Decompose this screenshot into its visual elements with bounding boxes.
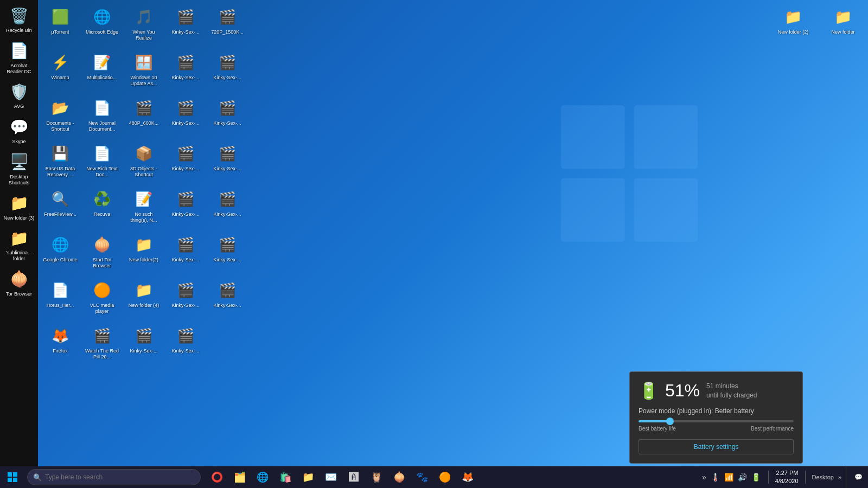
desktop-icon-horus-her[interactable]: 📄 Horus_Her... <box>41 276 80 320</box>
show-desktop-button[interactable] <box>846 466 850 488</box>
tray-volume-icon[interactable]: 🔊 <box>737 472 748 483</box>
desktop-icon-kinky-sex-14[interactable]: 🎬 Kinky-Sex-... <box>124 322 163 366</box>
sublimina-folder-icon: 📁 <box>8 227 30 249</box>
new-folder-4-label: New folder (4) <box>129 303 159 309</box>
desktop-icon-firefox[interactable]: 🦊 Firefox <box>41 322 80 366</box>
power-label-left: Best battery life <box>639 426 676 432</box>
multiplication-icon: 📝 <box>91 52 113 73</box>
documents-shortcut-label: Documents - Shortcut <box>43 120 78 132</box>
kinky-sex-11-label: Kinky-Sex-... <box>213 257 241 263</box>
taskbar-icon-task-view[interactable]: 🗂️ <box>229 466 251 488</box>
desktop-icon-new-folder-2[interactable]: 📁 New folder(2) <box>124 230 163 275</box>
kinky-sex-2-label: Kinky-Sex-... <box>171 75 199 81</box>
desktop-icon-kinky-sex-8[interactable]: 🎬 Kinky-Sex-... <box>166 185 205 229</box>
desktop-icon-kinky-sex-2[interactable]: 🎬 Kinky-Sex-... <box>166 48 205 93</box>
sidebar-icon-avg[interactable]: 🛡️ AVG <box>2 79 37 112</box>
desktop-icon-ms-edge[interactable]: 🌐 Microsoft Edge <box>82 3 122 47</box>
vlc-label: VLC media player <box>85 303 119 314</box>
desktop-icon-3d-objects[interactable]: 📦 3D Objects - Shortcut <box>124 139 163 184</box>
kinky-sex-13-label: Kinky-Sex-... <box>213 303 241 309</box>
taskbar-icon-tripadvisor[interactable]: 🦉 <box>366 466 387 488</box>
desktop-icon-kinky-sex-3[interactable]: 🎬 Kinky-Sex-... <box>208 48 247 93</box>
desktop-icon-kinky-sex-15[interactable]: 🎬 Kinky-Sex-... <box>166 322 205 366</box>
3d-objects-icon: 📦 <box>133 143 155 164</box>
desktop-icon-kinky-sex-11[interactable]: 🎬 Kinky-Sex-... <box>208 230 247 275</box>
sidebar-icon-acrobat[interactable]: 📄 Acrobat Reader DC <box>2 38 37 77</box>
tray-battery-icon[interactable]: 🔋 <box>750 472 762 483</box>
battery-popup: 🔋 51% 51 minutes until fully charged Pow… <box>629 371 803 464</box>
taskbar-icon-explorer[interactable]: 📁 <box>297 466 319 488</box>
desktop-icon-new-folder-4[interactable]: 📁 New folder (4) <box>124 276 163 320</box>
desktop-icon-kinky-sex-1[interactable]: 🎬 Kinky-Sex-... <box>166 3 205 47</box>
desktop-icon-kinky-sex-12[interactable]: 🎬 Kinky-Sex-... <box>166 276 205 320</box>
taskbar-icon-store[interactable]: 🛍️ <box>275 466 296 488</box>
top-right-icon-new-folder-top-2[interactable]: 📁 New folder <box>824 3 863 38</box>
desktop-icon-winamp[interactable]: ⚡ Winamp <box>41 48 80 93</box>
firefox-icon: 🦊 <box>49 325 71 346</box>
480p-600k-label: 480P_600K... <box>129 120 159 126</box>
battery-percent-display: 51% <box>665 381 700 401</box>
desktop-icon-480p-600k[interactable]: 🎬 480P_600K... <box>124 94 163 138</box>
desktop-icon-watch-red-pill[interactable]: 🎬 Watch The Red Pill 20... <box>82 322 122 366</box>
taskbar-icon-amazon[interactable]: 🅰 <box>343 466 365 488</box>
kinky-sex-14-icon: 🎬 <box>133 325 155 346</box>
ms-edge-icon: 🌐 <box>91 6 113 28</box>
start-button[interactable] <box>0 466 24 488</box>
battery-header: 🔋 51% 51 minutes until fully charged <box>639 381 794 401</box>
power-slider-thumb[interactable] <box>666 418 674 425</box>
desktop-icon-kinky-sex-10[interactable]: 🎬 Kinky-Sex-... <box>166 230 205 275</box>
desktop-icon-freefileview[interactable]: 🔍 FreeFileView... <box>41 185 80 229</box>
sidebar-icon-recycle-bin[interactable]: 🗑️ Recycle Bin <box>2 3 37 36</box>
taskbar-icon-mail[interactable]: ✉️ <box>320 466 342 488</box>
sidebar-icon-new-folder-3[interactable]: 📁 New folder (3) <box>2 190 37 223</box>
desktop-icon-utorrent[interactable]: 🟩 µTorrent <box>41 3 80 47</box>
desktop-icon-kinky-sex-13[interactable]: 🎬 Kinky-Sex-... <box>208 276 247 320</box>
desktop-icon-new-journal[interactable]: 📄 New Journal Document... <box>82 94 122 138</box>
desktop-icon-720p-1500k[interactable]: 🎬 720P_1500K... <box>208 3 247 47</box>
sidebar-icon-tor-browser-sidebar[interactable]: 🧅 Tor Browser <box>2 266 37 299</box>
sidebar-icon-sublimina-folder[interactable]: 📁 'sublimina... folder <box>2 225 37 264</box>
top-right-icon-new-folder-top-1[interactable]: 📁 New folder (2) <box>774 3 813 38</box>
desktop-icon-kinky-sex-5[interactable]: 🎬 Kinky-Sex-... <box>208 94 247 138</box>
taskbar-clock[interactable]: 2:27 PM 4/8/2020 <box>775 469 799 486</box>
taskbar-icon-firefox-tb[interactable]: 🦊 <box>457 466 478 488</box>
top-right-icons: 📁 New folder (2) 📁 New folder <box>774 3 863 38</box>
battery-settings-button[interactable]: Battery settings <box>639 439 794 454</box>
sidebar: 🗑️ Recycle Bin 📄 Acrobat Reader DC 🛡️ AV… <box>0 0 38 466</box>
desktop-icon-kinky-sex-4[interactable]: 🎬 Kinky-Sex-... <box>166 94 205 138</box>
taskbar-icon-cortana[interactable]: ⭕ <box>206 466 228 488</box>
tray-separator <box>768 471 769 484</box>
desktop-icon-kinky-sex-7[interactable]: 🎬 Kinky-Sex-... <box>208 139 247 184</box>
desktop-icon-when-you-realize[interactable]: 🎵 When You Realize <box>124 3 163 47</box>
power-mode-slider[interactable] <box>639 420 794 422</box>
taskbar-icon-edge-tb[interactable]: 🌐 <box>252 466 273 488</box>
desktop-icon-no-such-thing[interactable]: 📝 No such thing(s), N... <box>124 185 163 229</box>
sidebar-icon-skype[interactable]: 💬 Skype <box>2 114 37 147</box>
tray-network-icon[interactable]: 📶 <box>723 472 735 483</box>
desktop-icon-recuva[interactable]: ♻️ Recuva <box>82 185 122 229</box>
notification-button[interactable]: 💬 <box>854 473 863 481</box>
desktop-icons: 🟩 µTorrent 🌐 Microsoft Edge 🎵 When You R… <box>41 3 279 466</box>
tray-show-more[interactable]: » <box>701 472 707 483</box>
taskbar-icon-tor-tb[interactable]: 🧅 <box>388 466 410 488</box>
taskbar-icon-mypal[interactable]: 🐾 <box>411 466 433 488</box>
new-folder-4-icon: 📁 <box>133 279 155 301</box>
desktop-icon-documents-shortcut[interactable]: 📂 Documents - Shortcut <box>41 94 80 138</box>
desktop-icon-kinky-sex-6[interactable]: 🎬 Kinky-Sex-... <box>166 139 205 184</box>
desktop-icon-google-chrome[interactable]: 🌐 Google Chrome <box>41 230 80 275</box>
tray-thermometer-icon[interactable]: 🌡️ <box>710 472 721 483</box>
desktop-icon-win10-update[interactable]: 🪟 Windows 10 Update As... <box>124 48 163 93</box>
desktop-icon-new-rich-text[interactable]: 📄 New Rich Text Doc... <box>82 139 122 184</box>
sidebar-icon-desktop-shortcuts[interactable]: 🖥️ Desktop Shortcuts <box>2 149 37 188</box>
desktop-icon-vlc[interactable]: 🟠 VLC media player <box>82 276 122 320</box>
desktop-icon-start-tor[interactable]: 🧅 Start Tor Browser <box>82 230 122 275</box>
new-journal-icon: 📄 <box>91 97 113 119</box>
desktop-icon-multiplication[interactable]: 📝 Multiplicatio... <box>82 48 122 93</box>
desktop-icon-kinky-sex-9[interactable]: 🎬 Kinky-Sex-... <box>208 185 247 229</box>
desktop-icon-easeus[interactable]: 💾 EaseUS Data Recovery ... <box>41 139 80 184</box>
search-input[interactable] <box>45 473 195 481</box>
taskbar-icon-vlc-tb[interactable]: 🟠 <box>434 466 456 488</box>
taskbar-search-box[interactable]: 🔍 <box>27 469 201 485</box>
kinky-sex-13-icon: 🎬 <box>216 279 238 301</box>
recycle-bin-label: Recycle Bin <box>6 28 32 34</box>
